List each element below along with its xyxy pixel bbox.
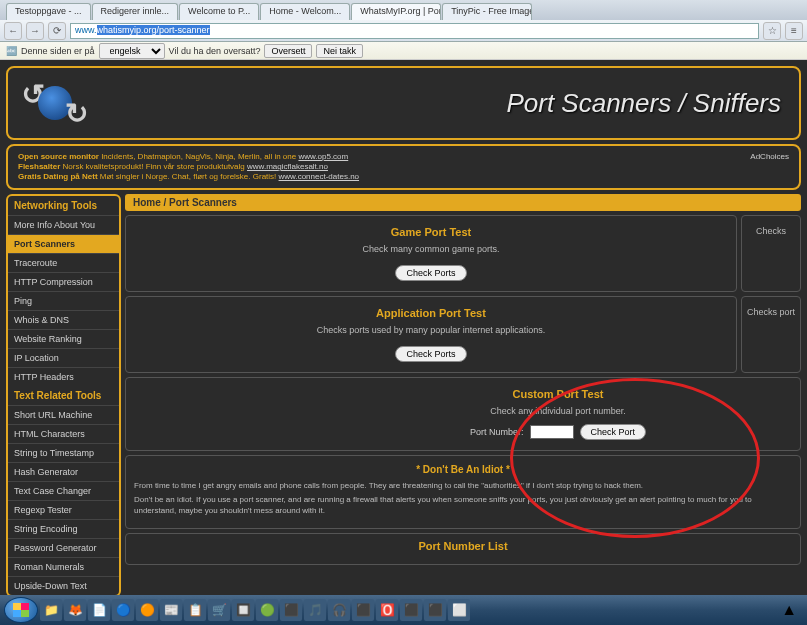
app-check-button[interactable]: Check Ports bbox=[395, 346, 466, 362]
ad-link[interactable]: www.connect-dates.no bbox=[279, 172, 360, 181]
sidebar-item-regexp-tester[interactable]: Regexp Tester bbox=[8, 500, 119, 519]
app-side-box: Checks port bbox=[741, 296, 801, 373]
arrow-icon: ↻ bbox=[65, 97, 88, 130]
sidebar-item-html-chars[interactable]: HTML Characters bbox=[8, 424, 119, 443]
sidebar-item-string-encoding[interactable]: String Encoding bbox=[8, 519, 119, 538]
sidebar-item-http-compression[interactable]: HTTP Compression bbox=[8, 272, 119, 291]
sidebar-item-hash-generator[interactable]: Hash Generator bbox=[8, 462, 119, 481]
sidebar-item-roman-numerals[interactable]: Roman Numerals bbox=[8, 557, 119, 576]
taskbar-app-icon[interactable]: 📋 bbox=[184, 599, 206, 621]
ad-text: Møt singler i Norge. Chat, flørt og fore… bbox=[100, 172, 277, 181]
translate-question: Vil du ha den oversatt? bbox=[169, 46, 261, 56]
game-port-box: Game Port Test Check many common game po… bbox=[125, 215, 737, 292]
sidebar-item-http-headers[interactable]: HTTP Headers bbox=[8, 367, 119, 386]
taskbar-app-icon[interactable]: ⬜ bbox=[448, 599, 470, 621]
forward-button[interactable]: → bbox=[26, 22, 44, 40]
url-input[interactable]: www.whatismyip.org/port-scanner bbox=[70, 23, 759, 39]
browser-tab-strip: Testoppgave - ... Redigerer innle... Wel… bbox=[0, 0, 807, 20]
taskbar-app-icon[interactable]: 📰 bbox=[160, 599, 182, 621]
taskbar-app-icon[interactable]: ⬛ bbox=[424, 599, 446, 621]
sidebar-item-upside-down[interactable]: Upside-Down Text bbox=[8, 576, 119, 595]
custom-port-desc: Check any individual port number. bbox=[326, 406, 790, 416]
browser-tab[interactable]: Welcome to P... bbox=[179, 3, 259, 20]
sidebar-item-whois[interactable]: Whois & DNS bbox=[8, 310, 119, 329]
ad-text: Norsk kvalitetsprodukt! Finn vår store p… bbox=[62, 162, 244, 171]
sidebar-item-traceroute[interactable]: Traceroute bbox=[8, 253, 119, 272]
warning-box: * Don't Be An Idiot * From time to time … bbox=[125, 455, 801, 529]
taskbar-app-icon[interactable]: ⬛ bbox=[280, 599, 302, 621]
ad-text: Incidents, Dhatmapion, NagVis, Ninja, Me… bbox=[101, 152, 296, 161]
taskbar-app-icon[interactable]: 🛒 bbox=[208, 599, 230, 621]
menu-icon[interactable]: ≡ bbox=[785, 22, 803, 40]
taskbar-app-icon[interactable]: 📄 bbox=[88, 599, 110, 621]
ad-label: Gratis Dating på Nett bbox=[18, 172, 98, 181]
browser-tab[interactable]: WhatsMyIP.org | Port Scan... bbox=[351, 3, 441, 20]
sidebar-item-text-case[interactable]: Text Case Changer bbox=[8, 481, 119, 500]
taskbar-app-icon[interactable]: 📁 bbox=[40, 599, 62, 621]
start-button[interactable] bbox=[4, 597, 38, 623]
warning-title: * Don't Be An Idiot * bbox=[134, 464, 792, 475]
sidebar-item-ip-location[interactable]: IP Location bbox=[8, 348, 119, 367]
custom-check-button[interactable]: Check Port bbox=[580, 424, 647, 440]
taskbar-app-icon[interactable]: 🟠 bbox=[136, 599, 158, 621]
sidebar-item-port-scanners[interactable]: Port Scanners bbox=[8, 234, 119, 253]
bookmark-icon[interactable]: ☆ bbox=[763, 22, 781, 40]
ad-label: Open source monitor bbox=[18, 152, 99, 161]
site-logo[interactable]: ↻ ↻ bbox=[26, 80, 84, 126]
sidebar-heading-networking: Networking Tools bbox=[8, 196, 119, 215]
sidebar-item-string-timestamp[interactable]: String to Timestamp bbox=[8, 443, 119, 462]
sidebar-item-short-url[interactable]: Short URL Machine bbox=[8, 405, 119, 424]
ad-link[interactable]: www.magicflakesalt.no bbox=[247, 162, 328, 171]
system-tray[interactable]: ▲ bbox=[781, 601, 803, 619]
warning-p2: Don't be an idiot. If you use a port sca… bbox=[134, 495, 792, 516]
taskbar-app-icon[interactable]: 🔵 bbox=[112, 599, 134, 621]
ad-panel: AdChoices Open source monitor Incidents,… bbox=[6, 144, 801, 190]
browser-tab[interactable]: Testoppgave - ... bbox=[6, 3, 91, 20]
reload-button[interactable]: ⟳ bbox=[48, 22, 66, 40]
translate-button[interactable]: Oversett bbox=[264, 44, 312, 58]
back-button[interactable]: ← bbox=[4, 22, 22, 40]
taskbar-app-icon[interactable]: 🔲 bbox=[232, 599, 254, 621]
sidebar-item-more-info[interactable]: More Info About You bbox=[8, 215, 119, 234]
taskbar-app-icon[interactable]: 🟢 bbox=[256, 599, 278, 621]
custom-port-box: Custom Port Test Check any individual po… bbox=[125, 377, 801, 451]
translate-lang-select[interactable]: engelsk bbox=[99, 43, 165, 59]
game-check-button[interactable]: Check Ports bbox=[395, 265, 466, 281]
taskbar-app-icon[interactable]: ⬛ bbox=[352, 599, 374, 621]
sidebar-item-password-gen[interactable]: Password Generator bbox=[8, 538, 119, 557]
url-selection: whatismyip.org/port-scanner bbox=[97, 25, 210, 35]
port-number-input[interactable] bbox=[530, 425, 574, 439]
translate-dismiss-button[interactable]: Nei takk bbox=[316, 44, 363, 58]
game-side-box: Checks bbox=[741, 215, 801, 292]
content-area: Home / Port Scanners Game Port Test Chec… bbox=[125, 194, 801, 597]
game-port-title: Game Port Test bbox=[136, 226, 726, 238]
sidebar-heading-text-tools: Text Related Tools bbox=[8, 386, 119, 405]
port-list-box: Port Number List bbox=[125, 533, 801, 565]
windows-taskbar: 📁 🦊 📄 🔵 🟠 📰 📋 🛒 🔲 🟢 ⬛ 🎵 🎧 ⬛ 🅾️ ⬛ ⬛ ⬜ ▲ bbox=[0, 595, 807, 625]
header-panel: ↻ ↻ Port Scanners / Sniffers bbox=[6, 66, 801, 140]
browser-tab[interactable]: TinyPic - Free Image Host... bbox=[442, 3, 532, 20]
custom-port-title: Custom Port Test bbox=[326, 388, 790, 400]
taskbar-app-icon[interactable]: 🎵 bbox=[304, 599, 326, 621]
translate-icon: 🔤 bbox=[6, 46, 17, 56]
sidebar-item-ping[interactable]: Ping bbox=[8, 291, 119, 310]
taskbar-app-icon[interactable]: 🦊 bbox=[64, 599, 86, 621]
warning-p1: From time to time I get angry emails and… bbox=[134, 481, 792, 491]
browser-tab[interactable]: Home - Welcom... bbox=[260, 3, 350, 20]
app-port-desc: Checks ports used by many popular intern… bbox=[136, 325, 726, 335]
port-list-title: Port Number List bbox=[132, 540, 794, 552]
browser-tab[interactable]: Redigerer innle... bbox=[92, 3, 179, 20]
taskbar-app-icon[interactable]: ⬛ bbox=[400, 599, 422, 621]
url-prefix: www. bbox=[75, 25, 97, 35]
app-port-box: Application Port Test Checks ports used … bbox=[125, 296, 737, 373]
sidebar: Networking Tools More Info About You Por… bbox=[6, 194, 121, 597]
ad-link[interactable]: www.op5.com bbox=[298, 152, 348, 161]
taskbar-app-icon[interactable]: 🎧 bbox=[328, 599, 350, 621]
tray-icon[interactable]: ▲ bbox=[781, 601, 797, 619]
taskbar-app-icon[interactable]: 🅾️ bbox=[376, 599, 398, 621]
adchoices-link[interactable]: AdChoices bbox=[750, 152, 789, 161]
sidebar-item-website-ranking[interactable]: Website Ranking bbox=[8, 329, 119, 348]
page-title: Port Scanners / Sniffers bbox=[506, 88, 781, 119]
page-body: ↻ ↻ Port Scanners / Sniffers AdChoices O… bbox=[0, 60, 807, 595]
address-bar: ← → ⟳ www.whatismyip.org/port-scanner ☆ … bbox=[0, 20, 807, 42]
